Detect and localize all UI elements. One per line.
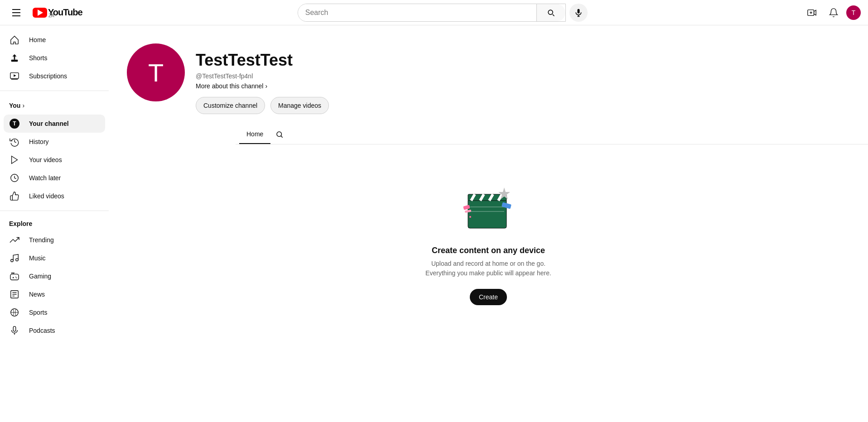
tab-search-button[interactable]: [270, 125, 289, 144]
sports-icon: [9, 307, 20, 318]
search-input[interactable]: [298, 4, 536, 21]
sidebar: Home Shorts Subscriptions: [0, 25, 109, 323]
create-content-title: Create content on any device: [432, 246, 545, 255]
svg-marker-10: [12, 156, 18, 164]
sidebar-item-trending[interactable]: Trending: [4, 231, 105, 249]
sidebar-shorts-label: Shorts: [29, 54, 47, 62]
svg-rect-6: [11, 60, 18, 62]
header-search: [298, 4, 588, 22]
header-left: YouTube ZA: [7, 4, 82, 22]
sidebar-gaming-label: Gaming: [29, 273, 51, 280]
notifications-button[interactable]: [825, 4, 843, 22]
channel-info: TestTestTest @TestTestTest-fp4nl More ab…: [196, 43, 329, 114]
channel-content-area: Create content on any device Upload and …: [109, 144, 868, 323]
youtube-logo-country: ZA: [48, 13, 82, 18]
sidebar-item-subscriptions[interactable]: Subscriptions: [4, 67, 105, 85]
sidebar-item-shorts[interactable]: Shorts: [4, 49, 105, 67]
your-videos-icon: [9, 154, 20, 165]
create-button[interactable]: Create: [470, 289, 507, 305]
svg-point-12: [11, 259, 14, 262]
sidebar-history-label: History: [29, 138, 49, 145]
sidebar-item-home[interactable]: Home: [4, 31, 105, 49]
channel-icon: T: [9, 118, 20, 129]
sidebar-item-watch-later[interactable]: Watch later: [4, 169, 105, 187]
sidebar-watch-later-label: Watch later: [29, 174, 61, 182]
chevron-right-icon: ›: [22, 102, 24, 109]
svg-point-17: [15, 277, 16, 278]
channel-name: TestTestTest: [196, 51, 329, 70]
sidebar-music-label: Music: [29, 254, 46, 262]
main-layout: Home Shorts Subscriptions: [0, 25, 868, 323]
svg-rect-29: [468, 199, 506, 228]
news-icon: [9, 289, 20, 300]
history-icon: [9, 136, 20, 147]
hamburger-button[interactable]: [7, 4, 25, 22]
sidebar-item-your-videos[interactable]: Your videos: [4, 151, 105, 169]
user-avatar-button[interactable]: T: [846, 5, 861, 20]
svg-rect-0: [577, 9, 579, 13]
search-icon: [546, 8, 555, 17]
clapboard-illustration: [461, 181, 516, 235]
sidebar-item-gaming[interactable]: Gaming: [4, 267, 105, 285]
shorts-icon: [9, 53, 20, 63]
watch-later-icon: [9, 173, 20, 183]
bell-icon: [829, 8, 839, 18]
tab-home[interactable]: Home: [239, 125, 270, 144]
sidebar-you-label: You: [9, 102, 20, 109]
channel-more-text: More about this channel: [196, 82, 263, 90]
sidebar-home-label: Home: [29, 36, 46, 43]
main-content: T TestTestTest @TestTestTest-fp4nl More …: [109, 25, 868, 323]
channel-tabs: Home: [236, 125, 868, 144]
music-icon: [9, 253, 20, 264]
customize-channel-button[interactable]: Customize channel: [196, 97, 265, 114]
sidebar-sports-label: Sports: [29, 309, 47, 316]
sidebar-item-your-channel[interactable]: T Your channel: [4, 115, 105, 133]
home-icon: [9, 34, 20, 45]
svg-line-28: [281, 136, 283, 137]
svg-point-13: [16, 259, 19, 261]
sidebar-divider-2: [0, 211, 109, 211]
header-right: T: [803, 4, 861, 22]
channel-handle: @TestTestTest-fp4nl: [196, 72, 329, 80]
channel-actions: Customize channel Manage videos: [196, 97, 329, 114]
svg-point-27: [277, 132, 282, 137]
sidebar-item-podcasts[interactable]: Podcasts: [4, 321, 105, 323]
sidebar-item-sports[interactable]: Sports: [4, 303, 105, 321]
sidebar-item-music[interactable]: Music: [4, 249, 105, 267]
youtube-logo-icon: [33, 8, 47, 18]
search-tab-icon: [275, 130, 284, 139]
create-icon: [807, 8, 817, 18]
trending-icon: [9, 235, 20, 245]
search-button[interactable]: [536, 4, 565, 21]
subscriptions-icon: [9, 71, 20, 82]
sidebar-liked-videos-label: Liked videos: [29, 192, 64, 200]
sidebar-your-videos-label: Your videos: [29, 156, 62, 163]
mic-icon: [574, 8, 583, 17]
liked-videos-icon: [9, 191, 20, 201]
sidebar-your-channel-label: Your channel: [29, 120, 69, 127]
mic-button[interactable]: [569, 4, 588, 22]
sidebar-divider-1: [0, 91, 109, 91]
sidebar-trending-label: Trending: [29, 236, 54, 244]
sidebar-you-section[interactable]: You ›: [0, 96, 109, 115]
svg-rect-14: [10, 274, 19, 280]
svg-marker-8: [14, 74, 16, 77]
sidebar-item-history[interactable]: History: [4, 133, 105, 151]
chevron-more-icon: ›: [265, 82, 267, 90]
create-content-desc: Upload and record at home or on the go. …: [425, 259, 551, 278]
sidebar-item-news[interactable]: News: [4, 285, 105, 303]
search-form: [298, 4, 566, 22]
manage-videos-button[interactable]: Manage videos: [270, 97, 329, 114]
youtube-logo[interactable]: YouTube ZA: [33, 7, 82, 18]
sidebar-news-label: News: [29, 291, 45, 298]
channel-header: T TestTestTest @TestTestTest-fp4nl More …: [109, 25, 868, 114]
sidebar-subscriptions-label: Subscriptions: [29, 72, 67, 80]
create-video-button[interactable]: [803, 4, 821, 22]
channel-more-link[interactable]: More about this channel ›: [196, 82, 329, 90]
gaming-icon: [9, 271, 20, 282]
header: YouTube ZA: [0, 0, 868, 25]
channel-avatar: T: [127, 43, 185, 101]
sidebar-explore-title: Explore: [0, 216, 109, 231]
svg-point-41: [469, 216, 471, 218]
sidebar-item-liked-videos[interactable]: Liked videos: [4, 187, 105, 205]
